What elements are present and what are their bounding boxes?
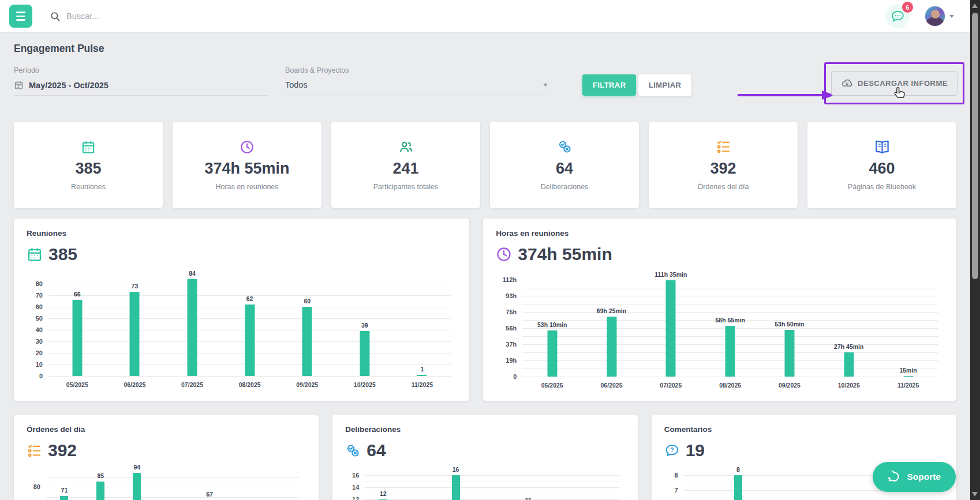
category-label: 09/2025 — [278, 381, 336, 388]
chart-card-reuniones: Reuniones 385 01020304050607080667384626… — [14, 219, 469, 401]
kpi-row: 385 Reuniones 374h 55min Horas en reunio… — [14, 122, 956, 208]
axis-tick-label: 14 — [352, 484, 359, 491]
bar-slot — [228, 471, 264, 500]
chart-row-2: Órdenes del día 392 0204060807185946705/… — [14, 415, 956, 500]
bar-value-label: 62 — [246, 295, 253, 302]
user-menu[interactable] — [925, 6, 954, 27]
chart-total-value: 64 — [366, 441, 386, 460]
support-button[interactable]: Soporte — [873, 462, 956, 492]
bar-slot — [756, 471, 792, 500]
bar-value-label: 111h 35min — [654, 271, 687, 278]
category-label: 05/2025 — [48, 381, 106, 388]
axis-tick-label: 60 — [36, 303, 43, 310]
bar-slot: 84 — [163, 275, 221, 376]
bar-slot — [583, 471, 619, 500]
kpi-value: 385 — [75, 160, 101, 178]
download-report-button[interactable]: DESCARGAR INFORME — [831, 71, 957, 96]
notification-count-badge: 6 — [902, 2, 913, 13]
category-label: 08/2025 — [701, 382, 760, 389]
bar — [133, 473, 141, 500]
bar-slot: 15min — [878, 275, 938, 377]
bar-value-label: 1 — [421, 366, 424, 373]
chart-total-value: 392 — [48, 441, 77, 460]
kpi-label: Horas en reuniones — [215, 183, 278, 191]
bar-value-label: 60 — [304, 298, 311, 304]
bar-value-label: 94 — [133, 464, 140, 471]
chat-bubble-icon — [888, 471, 900, 483]
chart-card-horas: Horas en reuniones 374h 55min 019h37h56h… — [483, 219, 956, 401]
bar-value-label: 71 — [61, 487, 68, 494]
axis-tick-label: 8 — [675, 472, 678, 479]
book-icon — [874, 139, 890, 155]
bar-slot: 94 — [119, 471, 155, 500]
avatar — [925, 6, 945, 27]
category-label: 05/2025 — [522, 382, 582, 389]
chart-row-1: Reuniones 385 01020304050607080667384626… — [14, 219, 956, 401]
axis-tick-label: 30 — [36, 338, 43, 345]
bar — [302, 307, 312, 376]
bar-slot — [155, 471, 192, 500]
bar-value-label: 27h 45min — [834, 343, 863, 350]
bar — [60, 496, 68, 500]
hamburger-menu-button[interactable] — [9, 5, 32, 28]
bar-slot: 27h 45min — [819, 275, 878, 377]
search-input[interactable] — [66, 12, 309, 21]
bar-slot: 71 — [46, 471, 83, 500]
bar-value-label: 16 — [452, 466, 459, 473]
agenda-icon — [716, 139, 731, 155]
period-field[interactable]: Período May/2025 - Oct/2025 — [14, 66, 268, 96]
kpi-card-deliberaciones: 64 Deliberaciones — [490, 122, 639, 208]
notifications-button[interactable]: 6 — [885, 4, 910, 28]
calendar-icon — [81, 140, 96, 155]
chart-card-ordenes: Órdenes del día 392 0204060807185946705/… — [14, 415, 319, 500]
chart-title: Reuniones — [27, 229, 457, 238]
boards-select[interactable]: Boards & Proyectos Todos — [285, 66, 548, 95]
bar — [547, 330, 557, 377]
bar-slot: 53h 50min — [760, 275, 820, 377]
scroll-down-arrow-icon[interactable] — [972, 492, 978, 497]
bar-slot: 62 — [221, 275, 279, 376]
bar-value-label: 8 — [736, 466, 740, 473]
kpi-label: Reuniones — [71, 183, 106, 191]
bar-value-label: 53h 10min — [537, 321, 567, 328]
axis-tick-label: 0 — [39, 373, 43, 379]
bar-value-label: 11 — [525, 497, 532, 500]
svg-text:?: ? — [670, 446, 674, 453]
search-icon — [50, 11, 61, 22]
bar-slot — [829, 471, 865, 500]
axis-tick-label: 19h — [506, 357, 517, 364]
filter-button[interactable]: FILTRAR — [582, 74, 636, 96]
category-label: 07/2025 — [641, 382, 701, 389]
bar-value-label: 39 — [361, 322, 368, 329]
bar-slot: 53h 10min — [522, 275, 582, 377]
bar — [245, 304, 255, 376]
gridline — [48, 376, 451, 377]
scrollbar-thumb[interactable] — [972, 13, 978, 279]
bar-value-label: 66 — [74, 291, 81, 298]
clear-button[interactable]: LIMPIAR — [638, 74, 691, 96]
chevron-down-icon — [543, 84, 548, 87]
kpi-value: 392 — [710, 160, 736, 178]
boards-label: Boards & Proyectos — [285, 66, 548, 74]
bar-slot: 8 — [720, 471, 757, 500]
bar-chart-horas: 019h37h56h75h93h112h53h 10min69h 25min11… — [496, 275, 944, 389]
bar-value-label: 85 — [97, 472, 104, 479]
category-label: 10/2025 — [336, 381, 394, 388]
bar-slot: 58h 55min — [701, 275, 760, 377]
vertical-scrollbar[interactable] — [970, 0, 980, 500]
main-content: Engagement Pulse Período May/2025 - Oct/… — [0, 32, 970, 500]
kpi-card-reuniones: 385 Reuniones — [14, 122, 163, 208]
scroll-up-arrow-icon[interactable] — [972, 3, 978, 8]
bar-value-label: 69h 25min — [597, 307, 626, 314]
page-title: Engagement Pulse — [14, 43, 956, 55]
bar-slot: 16 — [437, 471, 474, 500]
kpi-card-participantes: 241 Participantes totales — [331, 122, 480, 208]
chevron-down-icon — [949, 15, 954, 18]
axis-tick-label: 50 — [36, 315, 43, 322]
kpi-card-bluebook: 460 Páginas de Bluebook — [807, 122, 956, 208]
bar — [72, 300, 82, 376]
bar — [188, 279, 197, 376]
kpi-value: 241 — [392, 160, 418, 178]
annotation-highlight-box: DESCARGAR INFORME — [824, 62, 964, 104]
deliberations-icon — [345, 443, 361, 458]
